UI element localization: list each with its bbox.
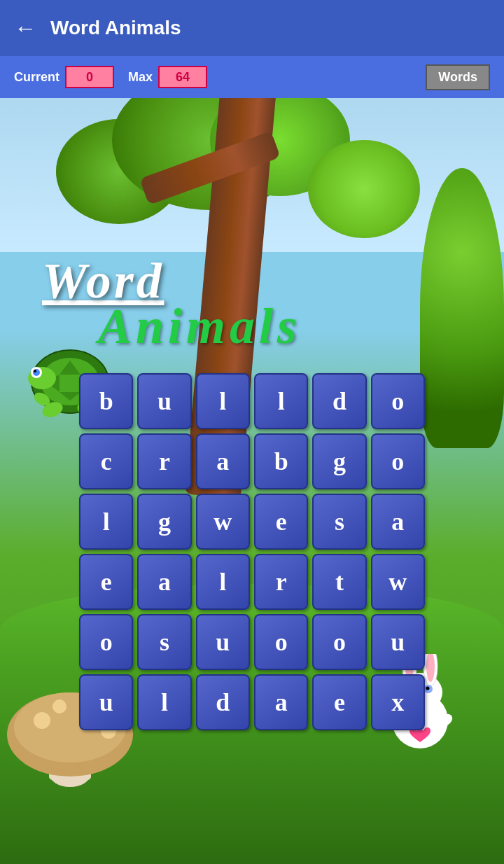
svg-point-31: [34, 712, 50, 729]
grid-cell-4-5[interactable]: u: [371, 614, 425, 670]
svg-point-8: [33, 369, 40, 376]
grid-cell-2-4[interactable]: s: [312, 494, 366, 550]
grid-cell-1-1[interactable]: r: [137, 433, 191, 489]
grid-cell-3-5[interactable]: w: [371, 554, 425, 610]
grid-cell-5-3[interactable]: a: [254, 674, 308, 730]
grid-row-3: ealrtw: [77, 552, 427, 612]
grid-cell-0-3[interactable]: l: [254, 373, 308, 429]
grid-cell-2-5[interactable]: a: [371, 494, 425, 550]
grid-cell-1-5[interactable]: o: [371, 433, 425, 489]
svg-point-9: [34, 370, 36, 372]
current-label: Current: [14, 70, 59, 85]
header-title: Word Animals: [50, 17, 181, 39]
grid-row-1: crabgo: [77, 431, 427, 492]
current-input[interactable]: [65, 66, 114, 88]
grid-cell-5-2[interactable]: d: [196, 674, 250, 730]
grid-row-4: osuoou: [77, 612, 427, 672]
title-animals: Animals: [98, 298, 301, 356]
max-input[interactable]: [158, 66, 207, 88]
game-scene: Word Animals: [0, 98, 504, 864]
grid-cell-3-3[interactable]: r: [254, 554, 308, 610]
grid-cell-0-0[interactable]: b: [79, 373, 133, 429]
tree-foliage-far-right: [308, 140, 420, 238]
grid-cell-3-1[interactable]: a: [137, 554, 191, 610]
grid-cell-0-2[interactable]: l: [196, 373, 250, 429]
grid-cell-2-0[interactable]: l: [79, 494, 133, 550]
grid-cell-4-3[interactable]: o: [254, 614, 308, 670]
grid-cell-5-0[interactable]: u: [79, 674, 133, 730]
svg-point-33: [52, 699, 66, 713]
grid-cell-4-1[interactable]: s: [137, 614, 191, 670]
grid-cell-5-4[interactable]: e: [312, 674, 366, 730]
grid-cell-0-4[interactable]: d: [312, 373, 366, 429]
grid-cell-0-1[interactable]: u: [137, 373, 191, 429]
back-button[interactable]: ←: [14, 15, 36, 41]
grid-cell-4-0[interactable]: o: [79, 614, 133, 670]
grid-cell-3-0[interactable]: e: [79, 554, 133, 610]
grid-cell-3-2[interactable]: l: [196, 554, 250, 610]
grid-cell-1-2[interactable]: a: [196, 433, 250, 489]
grid-row-2: lgwesa: [77, 492, 427, 552]
letter-grid: bulldocrabgolgwesaealrtwosuoouuldaex: [77, 371, 427, 732]
app-header: ← Word Animals: [0, 0, 504, 56]
grid-cell-2-3[interactable]: e: [254, 494, 308, 550]
grid-row-5: uldaex: [77, 672, 427, 732]
grid-cell-4-4[interactable]: o: [312, 614, 366, 670]
right-tree: [420, 168, 504, 448]
grid-cell-2-2[interactable]: w: [196, 494, 250, 550]
grid-cell-2-1[interactable]: g: [137, 494, 191, 550]
max-label: Max: [128, 70, 153, 85]
words-button[interactable]: Words: [426, 64, 490, 90]
grid-cell-1-4[interactable]: g: [312, 433, 366, 489]
grid-cell-5-5[interactable]: x: [371, 674, 425, 730]
controls-bar: Current Max Words: [0, 56, 504, 98]
grid-cell-4-2[interactable]: u: [196, 614, 250, 670]
grid-row-0: bulldo: [77, 371, 427, 431]
grid-cell-3-4[interactable]: t: [312, 554, 366, 610]
grid-cell-1-0[interactable]: c: [79, 433, 133, 489]
grid-cell-1-3[interactable]: b: [254, 433, 308, 489]
grid-cell-5-1[interactable]: l: [137, 674, 191, 730]
grid-cell-0-5[interactable]: o: [371, 373, 425, 429]
